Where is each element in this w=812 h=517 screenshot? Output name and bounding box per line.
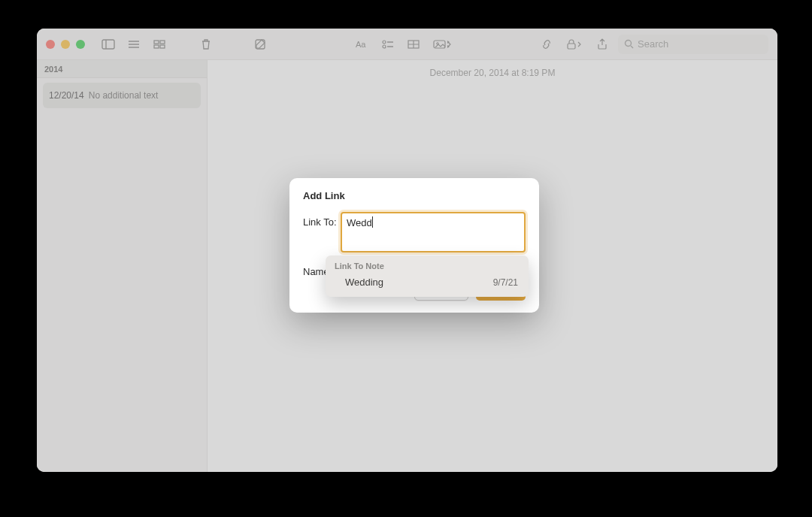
dialog-title: Add Link bbox=[303, 190, 526, 201]
share-button[interactable] bbox=[592, 35, 613, 53]
zoom-window-button[interactable] bbox=[76, 40, 85, 49]
format-button[interactable]: Aa bbox=[352, 35, 373, 53]
suggestion-title: Wedding bbox=[345, 277, 383, 288]
popover-header: Link To Note bbox=[333, 262, 521, 271]
svg-text:Aa: Aa bbox=[356, 40, 366, 49]
new-note-button[interactable] bbox=[250, 35, 271, 53]
checklist-button[interactable] bbox=[377, 35, 398, 53]
svg-rect-20 bbox=[568, 44, 575, 49]
svg-point-11 bbox=[383, 41, 386, 44]
svg-rect-7 bbox=[154, 45, 159, 48]
note-list-item[interactable]: 12/20/14No additional text bbox=[43, 83, 201, 108]
media-button[interactable] bbox=[429, 35, 456, 53]
close-window-button[interactable] bbox=[46, 40, 55, 49]
search-placeholder: Search bbox=[638, 38, 668, 50]
note-timestamp: December 20, 2014 at 8:19 PM bbox=[208, 60, 777, 78]
minimize-window-button[interactable] bbox=[61, 40, 70, 49]
link-suggestion-popover: Link To Note Wedding 9/7/21 bbox=[326, 255, 529, 297]
note-list-item-date: 12/20/14 bbox=[49, 90, 84, 101]
svg-point-13 bbox=[383, 45, 386, 48]
link-to-label: Link To: bbox=[303, 212, 341, 228]
svg-rect-8 bbox=[160, 45, 165, 48]
note-list-sidebar: 2014 12/20/14No additional text bbox=[37, 60, 208, 472]
window-controls bbox=[46, 40, 85, 49]
svg-rect-0 bbox=[102, 40, 114, 49]
suggestion-date: 9/7/21 bbox=[493, 277, 518, 288]
toggle-sidebar-button[interactable] bbox=[98, 35, 119, 53]
search-field[interactable]: Search bbox=[618, 35, 768, 54]
svg-rect-6 bbox=[160, 41, 165, 44]
table-button[interactable] bbox=[403, 35, 424, 53]
link-to-input[interactable]: Wedd bbox=[341, 212, 526, 252]
link-button[interactable] bbox=[536, 35, 557, 53]
svg-rect-5 bbox=[154, 41, 159, 44]
search-icon bbox=[624, 39, 634, 49]
delete-note-button[interactable] bbox=[195, 35, 217, 53]
suggestion-item[interactable]: Wedding 9/7/21 bbox=[333, 274, 521, 289]
gallery-view-button[interactable] bbox=[149, 35, 170, 53]
note-list-item-subtitle: No additional text bbox=[89, 90, 159, 101]
svg-line-22 bbox=[631, 46, 633, 48]
link-to-value: Wedd bbox=[347, 217, 372, 228]
lock-button[interactable] bbox=[562, 35, 587, 53]
note-list-section-header: 2014 bbox=[37, 60, 207, 78]
svg-point-21 bbox=[626, 41, 632, 47]
titlebar: Aa Search bbox=[37, 29, 777, 60]
list-view-button[interactable] bbox=[123, 35, 144, 53]
